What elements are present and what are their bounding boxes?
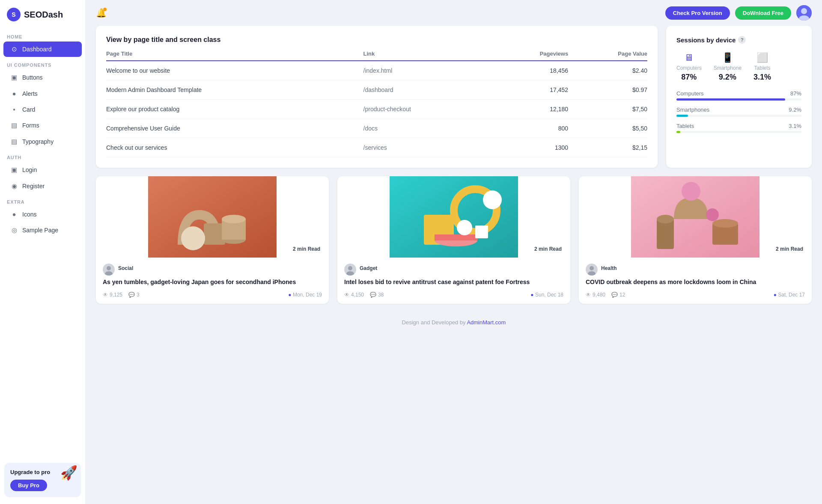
cell-title: Modern Admin Dashboard Template [106, 80, 363, 100]
cell-link: /dashboard [363, 80, 492, 100]
sidebar-item-buttons[interactable]: ▣ Buttons [3, 70, 82, 85]
content-area: View by page title and screen class Page… [86, 26, 822, 343]
svg-point-18 [457, 220, 472, 235]
buy-pro-button[interactable]: Buy Pro [10, 480, 47, 491]
svg-point-21 [348, 266, 352, 270]
date-text: Sun, Dec 18 [535, 292, 563, 298]
progress-bar-tablets [676, 131, 680, 133]
sidebar-item-icons[interactable]: ● Icons [3, 207, 82, 222]
sidebar-item-label: Typography [22, 138, 54, 145]
device-smartphones: 📱 Smartphone 9.2% [714, 52, 742, 82]
blog-comments: 💬 12 [611, 292, 625, 298]
svg-point-29 [712, 219, 738, 228]
blog-views: 👁 9,480 [586, 292, 605, 298]
table-row: Check out our services /services 1300 $2… [106, 138, 647, 157]
smartphone-icon: 📱 [722, 52, 733, 63]
sidebar-item-sample-page[interactable]: ◎ Sample Page [3, 222, 82, 238]
sidebar-item-card[interactable]: ▪ Card [3, 102, 82, 117]
comments-count: 38 [378, 292, 384, 298]
sidebar-item-dashboard[interactable]: ⊙ Dashboard [3, 42, 82, 57]
user-avatar[interactable] [796, 5, 812, 21]
notification-dot [103, 8, 107, 11]
read-time-badge: 2 min Read [771, 245, 807, 253]
footer-text: Design and Developed by [402, 319, 467, 326]
sessions-help-icon[interactable]: ? [738, 36, 746, 44]
eye-icon: 👁 [103, 292, 108, 298]
icons-icon: ● [10, 210, 18, 218]
sidebar: S SEODash HOME ⊙ Dashboard UI COMPONENTS… [0, 0, 86, 504]
cell-value: $7,50 [568, 100, 647, 119]
topbar-left: 🔔 [96, 8, 107, 18]
progress-smartphones-label: Smartphones [676, 107, 709, 113]
eye-icon: 👁 [586, 292, 591, 298]
views-count: 9,125 [110, 292, 122, 298]
blog-meta: 👁 4,150 💬 38 ● Sun, Dec 18 [344, 292, 563, 298]
blog-meta: 👁 9,480 💬 12 ● Sat, Dec 17 [586, 292, 805, 298]
blog-card-image: 2 min Read [96, 176, 329, 258]
check-pro-button[interactable]: Check Pro Version [665, 6, 730, 20]
svg-point-26 [682, 182, 700, 201]
download-free-button[interactable]: DoWnload Free [735, 6, 791, 20]
cell-pageviews: 12,180 [491, 100, 568, 119]
topbar: 🔔 Check Pro Version DoWnload Free [86, 0, 822, 26]
cell-value: $0.97 [568, 80, 647, 100]
device-computers: 🖥 Computers 87% [676, 52, 702, 82]
sidebar-item-label: Icons [22, 211, 36, 218]
blog-card-body: Gadget Intel loses bid to revive antitru… [337, 258, 570, 304]
date-text: Mon, Dec 19 [293, 292, 322, 298]
sidebar-item-label: Register [22, 183, 45, 190]
blog-comments: 💬 3 [128, 292, 140, 298]
comment-icon: 💬 [128, 292, 135, 298]
topbar-right: Check Pro Version DoWnload Free [665, 5, 812, 21]
cell-link: /docs [363, 119, 492, 138]
blog-card: 2 min Read Social As yen tumbles, gadget… [96, 176, 329, 304]
dashboard-icon: ⊙ [10, 45, 18, 53]
upgrade-mascot-icon: 🚀 [60, 465, 77, 481]
cell-link: /index.html [363, 61, 492, 80]
sidebar-item-typography[interactable]: ▤ Typography [3, 134, 82, 149]
app-title: SEODash [24, 10, 63, 20]
forms-icon: ▤ [10, 122, 18, 129]
views-count: 9,480 [593, 292, 605, 298]
footer-link[interactable]: AdminMart.com [467, 319, 506, 326]
page-table: Page Title Link Pageviews Page Value Wel… [106, 50, 647, 157]
blog-author-avatar [344, 264, 356, 276]
col-page-title: Page Title [106, 50, 363, 61]
progress-tablets-label: Tablets [676, 123, 694, 129]
notification-bell[interactable]: 🔔 [96, 8, 107, 18]
blog-date: ● Sat, Dec 17 [774, 292, 805, 298]
date-text: Sat, Dec 17 [778, 292, 805, 298]
comment-icon: 💬 [611, 292, 618, 298]
svg-rect-24 [657, 219, 674, 249]
cell-pageviews: 800 [491, 119, 568, 138]
table-header: Page Title Link Pageviews Page Value [106, 50, 647, 61]
sidebar-item-register[interactable]: ◉ Register [3, 178, 82, 194]
sidebar-logo: S SEODash [0, 0, 85, 29]
tablet-icon: ⬜ [756, 52, 768, 63]
svg-point-27 [706, 208, 719, 221]
logo-icon: S [7, 8, 21, 21]
sidebar-item-login[interactable]: ▣ Login [3, 162, 82, 178]
upgrade-box: 🚀 Upgrade to pro Buy Pro [4, 463, 81, 497]
sidebar-item-alerts[interactable]: ● Alerts [3, 86, 82, 101]
computer-icon: 🖥 [684, 52, 694, 63]
progress-bar-computers [676, 98, 785, 101]
progress-computers: Computers 87% [676, 90, 801, 101]
sidebar-item-label: Forms [22, 122, 39, 129]
device-smartphones-pct: 9.2% [719, 73, 736, 82]
sessions-title: Sessions by device ? [676, 36, 801, 44]
blog-views: 👁 4,150 [344, 292, 364, 298]
register-icon: ◉ [10, 182, 18, 190]
svg-point-8 [222, 215, 246, 223]
blog-category: Health [601, 265, 617, 271]
device-tablets-label: Tablets [754, 65, 771, 71]
blog-card-image: 2 min Read [579, 176, 812, 258]
comment-icon: 💬 [370, 292, 376, 298]
device-tablets-pct: 3.1% [754, 73, 771, 82]
dot-icon: ● [288, 292, 291, 298]
svg-point-10 [107, 266, 111, 270]
sidebar-item-forms[interactable]: ▤ Forms [3, 118, 82, 133]
section-label-home: HOME [0, 29, 85, 41]
progress-bar-smartphones [676, 115, 688, 117]
footer: Design and Developed by AdminMart.com [96, 312, 812, 332]
